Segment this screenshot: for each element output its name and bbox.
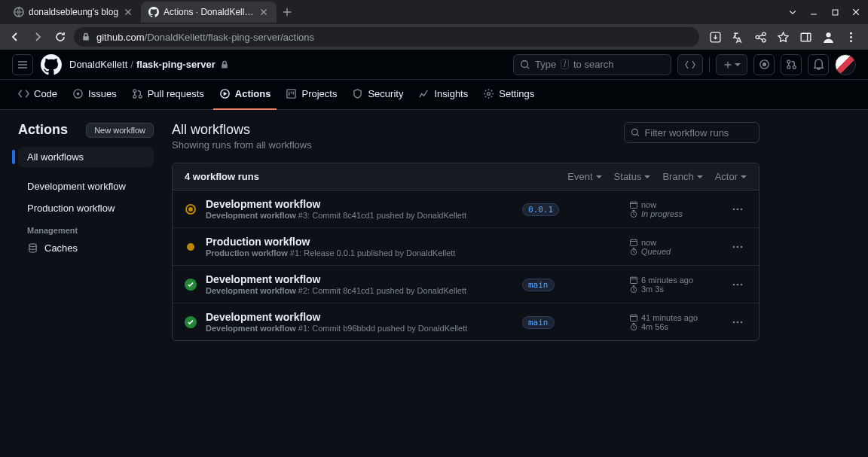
tab-projects[interactable]: Projects (280, 80, 343, 110)
run-duration: Queued (629, 247, 720, 256)
breadcrumb-owner[interactable]: DonaldKellett (69, 59, 127, 70)
minimize-icon[interactable] (805, 3, 823, 21)
run-branch: main (522, 315, 620, 329)
page-title: All workflows (172, 122, 312, 138)
filter-branch[interactable]: Branch (662, 171, 702, 182)
close-icon[interactable] (123, 7, 133, 17)
svg-point-13 (763, 63, 766, 66)
tab-security[interactable]: Security (346, 80, 409, 110)
runs-header: 4 workflow runs Event Status Branch Acto… (173, 163, 759, 190)
run-menu-button[interactable] (729, 238, 747, 256)
global-search[interactable]: Type / to search (513, 54, 671, 75)
run-title[interactable]: Development workflow (206, 198, 513, 210)
new-tab-button[interactable] (277, 2, 298, 23)
tab-label: Actions (235, 88, 271, 99)
sidebar-item-workflow[interactable]: Development workflow (18, 176, 154, 197)
forward-button[interactable] (29, 28, 47, 46)
kebab-menu-icon[interactable] (844, 30, 857, 44)
svg-point-15 (787, 66, 790, 69)
filter-status[interactable]: Status (614, 171, 651, 182)
status-inprogress-icon (185, 204, 196, 215)
breadcrumb-repo[interactable]: flask-ping-server (136, 59, 215, 70)
tab-insights[interactable]: Insights (412, 80, 474, 110)
side-panel-icon[interactable] (799, 30, 812, 44)
run-title[interactable]: Production workflow (206, 236, 513, 248)
close-window-icon[interactable] (847, 3, 865, 21)
chevron-down-icon[interactable] (784, 3, 802, 21)
sidebar-item-caches[interactable]: Caches (18, 238, 154, 258)
star-icon[interactable] (776, 30, 790, 44)
sidebar-item-workflow[interactable]: Production workflow (18, 198, 154, 218)
profile-icon[interactable] (821, 30, 835, 44)
run-time: now (629, 200, 720, 209)
lock-icon (220, 60, 229, 69)
notifications-button[interactable] (808, 54, 829, 75)
run-menu-button[interactable] (729, 313, 747, 331)
sidebar-title: Actions (18, 122, 68, 138)
tab-actions[interactable]: Actions (213, 80, 277, 110)
calendar-icon (629, 200, 638, 209)
stopwatch-icon (629, 209, 638, 218)
run-main: Development workflow Development workflo… (206, 198, 513, 220)
run-menu-button[interactable] (729, 200, 747, 218)
maximize-icon[interactable] (826, 3, 844, 21)
tab-label: Projects (301, 88, 337, 99)
hamburger-menu[interactable] (12, 54, 33, 75)
runs-list: Development workflow Development workflo… (173, 190, 759, 340)
svg-point-21 (139, 95, 142, 98)
header-right: Type / to search (513, 54, 856, 75)
branch-tag[interactable]: 0.0.1 (522, 203, 559, 216)
tab-settings[interactable]: Settings (477, 80, 540, 110)
filter-label: Actor (715, 171, 738, 182)
svg-point-14 (787, 60, 790, 63)
pull-requests-button[interactable] (781, 54, 802, 75)
breadcrumb: DonaldKellett / flask-ping-server (69, 59, 229, 70)
run-duration: 4m 56s (629, 322, 720, 331)
branch-tag[interactable]: main (522, 316, 555, 329)
share-icon[interactable] (753, 30, 767, 44)
run-row: Development workflow Development workflo… (173, 190, 759, 228)
translate-icon[interactable] (731, 30, 744, 44)
filter-event[interactable]: Event (567, 171, 601, 182)
stopwatch-icon (629, 247, 638, 256)
github-logo-icon[interactable] (41, 54, 62, 75)
browser-tab-active[interactable]: Actions · DonaldKellett/fla... (141, 2, 277, 23)
issues-button[interactable] (753, 54, 775, 75)
run-branch: 0.0.1 (522, 203, 620, 216)
new-workflow-button[interactable]: New workflow (86, 123, 154, 138)
filter-runs-input[interactable] (644, 127, 753, 139)
tab-issues[interactable]: Issues (66, 80, 123, 110)
run-description: Production workflow #1: Release 0.0.1 pu… (206, 248, 513, 257)
tab-label: Settings (499, 88, 534, 99)
close-icon[interactable] (258, 7, 269, 17)
back-button[interactable] (6, 28, 24, 46)
issues-icon (72, 88, 84, 99)
filter-actor[interactable]: Actor (715, 171, 747, 182)
svg-point-25 (29, 244, 36, 247)
run-title[interactable]: Development workflow (206, 311, 513, 323)
graph-icon (418, 88, 429, 99)
tab-code[interactable]: Code (12, 80, 63, 110)
command-palette-button[interactable] (677, 54, 703, 75)
branch-tag[interactable]: main (522, 279, 555, 291)
sidebar-item-all-workflows[interactable]: All workflows (18, 147, 154, 167)
tab-label: Security (368, 88, 403, 99)
tab-pulls[interactable]: Pull requests (126, 80, 210, 110)
install-icon[interactable] (708, 30, 722, 44)
svg-point-3 (756, 35, 759, 38)
reload-button[interactable] (51, 28, 69, 46)
svg-point-26 (632, 129, 638, 135)
create-new-button[interactable] (716, 54, 747, 75)
database-icon (27, 242, 38, 254)
run-menu-button[interactable] (729, 276, 747, 294)
url-field[interactable]: github.com/DonaldKellett/flask-ping-serv… (74, 27, 699, 47)
run-title[interactable]: Development workflow (206, 273, 513, 285)
lock-icon (81, 32, 90, 41)
run-status (185, 241, 197, 253)
browser-tab[interactable]: donaldsebleung's blog (6, 2, 141, 23)
sidebar: Actions New workflow All workflows Devel… (18, 122, 154, 341)
svg-rect-42 (631, 315, 637, 321)
avatar[interactable] (835, 54, 856, 75)
filter-runs-box[interactable] (624, 122, 760, 143)
tab-label: Code (34, 88, 57, 99)
